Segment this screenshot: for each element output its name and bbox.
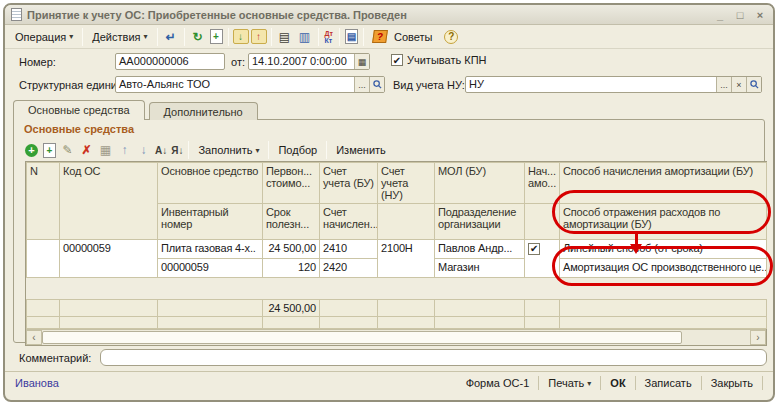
help-icon[interactable]: ? <box>444 30 458 44</box>
chevron-down-icon: ▾ <box>144 32 148 41</box>
structure-list-icon[interactable]: ▤ <box>276 28 294 45</box>
scroll-right-icon[interactable]: › <box>750 330 766 345</box>
checkbox-checked-icon[interactable]: ✔ <box>528 243 540 255</box>
row-number[interactable]: 1 <box>27 240 60 278</box>
cell-account-nu[interactable]: 2100Н <box>378 240 435 278</box>
print-button[interactable]: Печать ▾ <box>539 376 601 390</box>
col-header-n: N <box>27 163 60 240</box>
cell-account-bu[interactable]: 2410 <box>320 240 378 259</box>
dt-kt-postings-icon[interactable]: Дт Кт <box>325 30 333 44</box>
kpn-label: Учитывать КПН <box>407 54 487 66</box>
cell-division[interactable]: Магазин <box>435 259 525 278</box>
actions-menu-button[interactable]: Действия ▾ <box>86 29 153 45</box>
sort-desc-icon[interactable]: Я↓ <box>171 145 183 156</box>
ok-button[interactable]: ОК <box>601 376 635 390</box>
cell-mol[interactable]: Павлов Андр... <box>435 240 525 259</box>
calendar-icon[interactable]: ▦ <box>354 54 369 69</box>
date-field[interactable]: 14.10.2007 0:00:00 ▦ <box>248 53 370 70</box>
number-value: АА000000006 <box>116 54 224 69</box>
fill-button[interactable]: Заполнить ▾ <box>192 142 265 158</box>
col-header-depr-flag: Нач... амо... <box>525 163 560 204</box>
unit-field[interactable]: Авто-Альянс ТОО ... <box>115 76 385 93</box>
edit-row-icon[interactable]: ✎ <box>59 142 76 158</box>
move-up-icon[interactable]: ↑ <box>116 142 133 158</box>
nu-value: НУ <box>466 77 716 92</box>
ellipsis-button[interactable]: ... <box>716 77 731 92</box>
scroll-left-icon[interactable]: ‹ <box>26 330 42 345</box>
copy-add-icon[interactable]: + <box>210 29 223 44</box>
table-empty-area <box>27 278 767 300</box>
maximize-button[interactable]: □ <box>733 9 747 21</box>
cell-asset[interactable]: Плита газовая 4-х.. <box>158 240 263 259</box>
delete-row-icon[interactable]: ✗ <box>78 142 95 158</box>
operation-menu-button[interactable]: Операция ▾ <box>9 29 79 45</box>
col-header-empty <box>525 204 560 240</box>
form-os1-button[interactable]: Форма ОС-1 <box>457 376 540 390</box>
change-button[interactable]: Изменить <box>330 142 392 158</box>
col-header-mol: МОЛ (БУ) <box>435 163 525 204</box>
tab-bar: Основные средства Дополнительно <box>5 99 773 120</box>
total-cell <box>27 317 60 329</box>
actions-label: Действия <box>92 31 140 43</box>
cell-inventory[interactable]: 00000059 <box>158 259 263 278</box>
date-value: 14.10.2007 0:00:00 <box>249 54 354 69</box>
number-field[interactable]: АА000000006 <box>115 53 225 70</box>
section-title: Основные средства <box>24 123 764 139</box>
rows-toolbar: + + ✎ ✗ ▦ ↑ ↓ А↓ Я↓ Заполнить ▾ Подбор И… <box>22 139 764 161</box>
nu-field[interactable]: НУ ... × <box>465 76 762 93</box>
col-header-empty <box>378 204 435 240</box>
author-name: Иванова <box>15 377 59 389</box>
cell-depr-account[interactable]: 2420 <box>320 259 378 278</box>
sort-asc-icon[interactable]: А↓ <box>155 145 167 156</box>
col-header-depr-account: Счет начислен... <box>320 204 378 240</box>
kt-label: Кт <box>325 37 333 44</box>
total-cell <box>560 317 767 329</box>
col-header-depr-method: Способ начисления амортизации (БУ) <box>560 163 767 204</box>
pick-button[interactable]: Подбор <box>272 142 323 158</box>
scrollbar-thumb[interactable] <box>42 331 682 344</box>
cell-code[interactable]: 00000059 <box>60 240 158 278</box>
cell-cost[interactable]: 24 500,00 <box>263 240 320 259</box>
report-icon[interactable]: ▤ <box>345 29 358 44</box>
chevron-down-icon: ▾ <box>255 146 259 155</box>
save-button[interactable]: Записать <box>636 376 702 390</box>
copy-row-icon[interactable]: + <box>43 143 56 158</box>
horizontal-scrollbar[interactable]: ‹ › <box>26 329 766 345</box>
date-label: от: <box>231 56 245 68</box>
kpn-checkbox-group[interactable]: ✔ Учитывать КПН <box>391 54 487 66</box>
search-icon[interactable] <box>369 77 384 92</box>
cell-life[interactable]: 120 <box>263 259 320 278</box>
cell-expense-way[interactable]: Амортизация ОС производственного це... <box>560 259 767 278</box>
post-document-icon[interactable]: ↵ <box>162 28 180 45</box>
cell-depr-method[interactable]: Линейный способ (от срока) <box>560 240 767 259</box>
minimize-button[interactable]: _ <box>713 9 727 21</box>
checklist-icon[interactable]: ▥ <box>296 28 314 45</box>
close-button[interactable]: Закрыть <box>702 376 763 390</box>
chevron-down-icon: ▾ <box>587 379 591 388</box>
operation-label: Операция <box>15 31 66 43</box>
col-header-division: Подразделение организации <box>435 204 525 240</box>
col-header-asset: Основное средство <box>158 163 263 204</box>
refresh-icon[interactable]: ↻ <box>189 28 207 45</box>
scrollbar-track[interactable] <box>682 330 750 345</box>
total-cell <box>27 300 60 317</box>
tab-additional[interactable]: Дополнительно <box>149 102 258 120</box>
move-down-icon[interactable]: ↓ <box>135 142 152 158</box>
checkbox-checked-icon[interactable]: ✔ <box>391 54 403 66</box>
save-order-icon[interactable]: ▦ <box>97 142 114 158</box>
search-icon[interactable] <box>746 77 761 92</box>
tab-fixed-assets[interactable]: Основные средства <box>13 100 145 120</box>
ellipsis-button[interactable]: ... <box>354 77 369 92</box>
total-cell <box>560 300 767 317</box>
comment-input[interactable] <box>100 349 767 366</box>
tips-button[interactable]: ? Советы <box>367 28 438 45</box>
post-with-movements-icon[interactable]: ↓ <box>233 29 249 44</box>
cell-depr-flag[interactable]: ✔ <box>525 240 560 278</box>
unpost-icon[interactable]: ↑ <box>251 29 267 44</box>
document-icon <box>11 8 22 21</box>
comment-label: Комментарий: <box>19 352 91 364</box>
col-header-cost: Первон... стоимо... <box>263 163 320 204</box>
clear-icon[interactable]: × <box>731 77 746 92</box>
close-button[interactable]: × <box>753 9 767 21</box>
add-row-icon[interactable]: + <box>25 144 38 157</box>
